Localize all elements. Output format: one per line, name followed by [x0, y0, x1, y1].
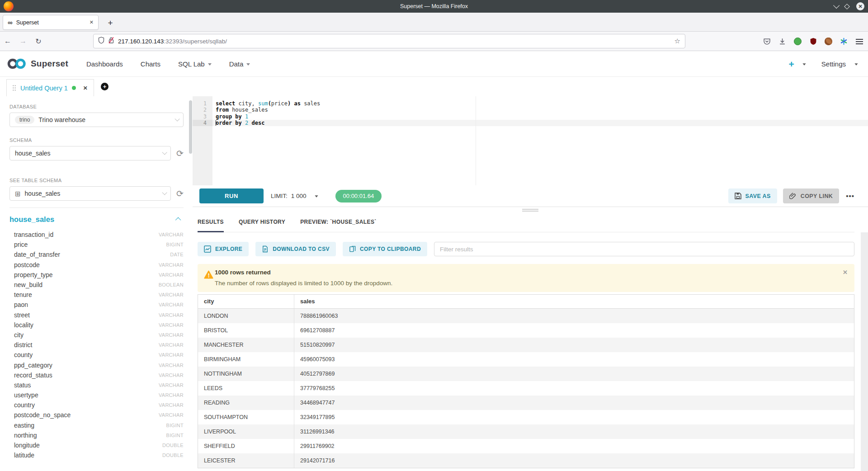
forward-icon[interactable]: → [15, 37, 31, 45]
sql-token [242, 113, 245, 120]
new-tab-button[interactable]: + [105, 18, 116, 28]
tab-close-icon[interactable]: ✕ [90, 19, 94, 25]
filter-results-input[interactable] [434, 242, 854, 256]
column-type: VARCHAR [159, 312, 184, 318]
chevron-down-icon [315, 195, 318, 198]
sql-editor[interactable]: 1234 select city, sum(price) as salesfro… [193, 96, 868, 185]
nav-item-dashboards[interactable]: Dashboards [86, 60, 123, 68]
menu-hamburger-icon[interactable] [855, 37, 863, 46]
table-cell: NOTTINGHAM [198, 367, 294, 381]
sql-token: group by [216, 113, 242, 120]
editor-code-area[interactable]: select city, sum(price) as salesfrom hou… [212, 96, 868, 126]
schema-column-row: countyVARCHAR [9, 350, 184, 360]
schema-column-row: latitudeDOUBLE [9, 450, 184, 460]
url-text[interactable]: 217.160.120.143:32393/superset/sqllab/ [118, 38, 671, 45]
schema-column-row: northingBIGINT [9, 430, 184, 440]
alert-close-icon[interactable]: ✕ [843, 269, 848, 276]
cookie-extension-icon[interactable] [824, 37, 833, 46]
database-select[interactable]: trino Trino warehouse [9, 113, 184, 127]
insecure-lock-icon[interactable] [108, 37, 114, 46]
superset-logo[interactable]: Superset [6, 58, 68, 70]
browser-extensions-area [763, 32, 863, 51]
chevron-down-icon [175, 116, 179, 121]
splitter-drag-handle[interactable] [522, 209, 538, 212]
window-minimize-icon[interactable] [833, 2, 840, 9]
reload-icon[interactable]: ↻ [31, 37, 46, 46]
column-name: ppd_category [14, 362, 52, 369]
column-name: city [14, 331, 24, 339]
table-row: LIVERPOOL31126991346 [198, 424, 854, 439]
browser-tab-title: Superset [16, 19, 86, 26]
more-actions-icon[interactable]: ••• [846, 192, 854, 200]
table-select[interactable]: ⊞ house_sales [9, 186, 171, 201]
save-as-button[interactable]: SAVE AS [728, 188, 777, 203]
url-bar[interactable]: 217.160.120.143:32393/superset/sqllab/ ☆ [93, 34, 685, 48]
schema-column-row: localityVARCHAR [9, 320, 184, 330]
shield-icon[interactable] [98, 37, 104, 46]
schema-column-row: postcode_no_spaceVARCHAR [9, 410, 184, 420]
sidebar-scrollbar[interactable] [189, 100, 192, 154]
bookmark-star-icon[interactable]: ☆ [675, 37, 680, 45]
pocket-icon[interactable] [763, 37, 771, 46]
results-scrollbar[interactable] [861, 232, 868, 471]
column-header-city[interactable]: city [198, 295, 294, 308]
tab-preview-house-sales[interactable]: PREVIEW: `HOUSE_SALES` [300, 219, 377, 232]
file-icon [262, 245, 269, 253]
window-close-icon[interactable]: ✕ [856, 2, 864, 10]
schema-select[interactable]: house_sales [9, 146, 171, 160]
column-type: BIGINT [166, 242, 184, 247]
download-to-csv-button[interactable]: DOWNLOAD TO CSV [255, 242, 336, 256]
add-query-tab-button[interactable]: + [101, 83, 108, 90]
table-cell: 31126991346 [294, 424, 854, 439]
results-table-header: citysales [198, 295, 854, 309]
query-tab[interactable]: Untitled Query 1 ✕ [6, 79, 94, 96]
refresh-tables-icon[interactable]: ⟳ [176, 189, 184, 198]
table-select-value: house_sales [25, 190, 158, 197]
column-name: paon [14, 301, 28, 308]
column-name: latitude [14, 452, 34, 459]
table-cell: LIVERPOOL [198, 424, 294, 439]
column-name: usertype [14, 391, 38, 399]
sql-token [248, 120, 251, 126]
column-header-sales[interactable]: sales [294, 295, 854, 308]
column-name: record_status [14, 372, 52, 379]
column-type: VARCHAR [159, 272, 184, 278]
table-schema-heading[interactable]: house_sales [9, 215, 54, 224]
rows-returned-alert: 1000 rows returned The number of rows di… [198, 264, 854, 292]
new-item-button[interactable]: + [789, 59, 806, 69]
table-row: LEEDS37779768255 [198, 381, 854, 396]
schema-column-row: postcodeVARCHAR [9, 260, 184, 270]
tab-query-history[interactable]: QUERY HISTORY [239, 219, 285, 232]
table-row: SHEFFIELD29911769902 [198, 439, 854, 453]
query-tab-close-icon[interactable]: ✕ [83, 85, 88, 91]
copy-to-clipboard-button[interactable]: COPY TO CLIPBOARD [343, 242, 427, 256]
run-button[interactable]: RUN [199, 188, 264, 203]
query-tab-bar: Untitled Query 1 ✕ + [0, 77, 868, 96]
back-icon[interactable]: ← [0, 37, 15, 45]
navbar-menu: DashboardsChartsSQL LabData [86, 60, 250, 68]
code-line: group by 1 [212, 113, 868, 120]
container-asterisk-icon[interactable] [840, 37, 848, 46]
table-cell: BRISTOL [198, 323, 294, 338]
copy-link-button[interactable]: COPY LINK [783, 188, 839, 203]
schema-column-row: eastingBIGINT [9, 420, 184, 430]
explore-button[interactable]: EXPLORE [198, 242, 249, 256]
refresh-schemas-icon[interactable]: ⟳ [176, 149, 184, 158]
ublock-icon[interactable] [809, 37, 817, 46]
sql-token: house_sales [229, 107, 268, 113]
settings-menu[interactable]: Settings [821, 60, 858, 68]
table-row: LEICESTER29142071716 [198, 453, 854, 468]
nav-item-data[interactable]: Data [229, 60, 250, 68]
nav-item-sql-lab[interactable]: SQL Lab [178, 60, 212, 68]
browser-tab[interactable]: ∞ Superset ✕ [3, 15, 99, 30]
window-maximize-icon[interactable] [844, 4, 850, 9]
downloads-icon[interactable] [778, 37, 787, 46]
collapse-chevron-icon[interactable] [175, 217, 181, 223]
chevron-down-icon [246, 63, 250, 66]
drag-grip-icon[interactable] [12, 85, 16, 91]
limit-dropdown[interactable]: LIMIT: 1 000 [271, 193, 318, 199]
nav-item-charts[interactable]: Charts [141, 60, 160, 68]
privacy-badger-icon[interactable] [793, 37, 802, 46]
tab-results[interactable]: RESULTS [198, 219, 224, 232]
schema-column-row: streetVARCHAR [9, 310, 184, 320]
